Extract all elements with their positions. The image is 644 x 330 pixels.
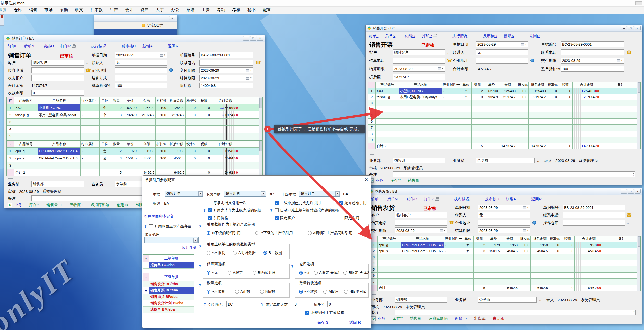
- cell-qty[interactable]: [474, 254, 486, 260]
- cell-code[interactable]: taishiji_g: [376, 94, 399, 100]
- cell-disc[interactable]: [156, 119, 167, 125]
- cell-code[interactable]: [376, 112, 399, 118]
- lookup-button[interactable]: ..: [447, 50, 450, 54]
- doc-date-input[interactable]: 2023-08-29▼: [478, 205, 530, 210]
- cell-qty[interactable]: [472, 119, 484, 124]
- table-row-empty[interactable]: 5: [370, 266, 640, 273]
- cell-unit[interactable]: 个: [461, 94, 472, 100]
- cell-taxr[interactable]: [547, 112, 558, 118]
- cell-amt[interactable]: [499, 112, 517, 118]
- cell-code[interactable]: [376, 125, 399, 131]
- restore-icon[interactable]: □: [250, 36, 256, 41]
- contact-input[interactable]: 无: [115, 60, 167, 66]
- cell-taxr[interactable]: 0: [549, 248, 560, 254]
- radio[interactable]: [344, 290, 348, 294]
- menu-item-收支[interactable]: 收支: [71, 7, 87, 13]
- note-input[interactable]: ▲▼: [393, 171, 635, 177]
- cell-amt[interactable]: [501, 273, 519, 278]
- cell-disc[interactable]: 100: [156, 155, 167, 162]
- phone-input[interactable]: [563, 212, 625, 218]
- radio-selected[interactable]: [207, 290, 210, 294]
- cell-total[interactable]: 2197470: [211, 111, 240, 118]
- cell-total[interactable]: [573, 112, 601, 118]
- cell-note[interactable]: [601, 137, 640, 143]
- radio-option[interactable]: B负数: [260, 289, 275, 294]
- radio-option[interactable]: ~不限制: [207, 250, 225, 255]
- minimize-icon[interactable]: [621, 26, 627, 30]
- help-icon[interactable]: ?: [199, 283, 201, 287]
- table-row[interactable]: 2taishiji_g家用G型电脑-金奥-onlyit-个37324.92197…: [7, 111, 262, 119]
- cell-qty[interactable]: [474, 266, 486, 272]
- radio-option[interactable]: ~无: [207, 270, 218, 275]
- table-row[interactable]: 1XXJ小型机-XG-NG-个2627001254001001254000012…: [368, 88, 640, 94]
- upper-doc-select[interactable]: 销售订单▼: [299, 191, 340, 197]
- checkbox[interactable]: [208, 201, 212, 205]
- help-icon[interactable]: ?: [199, 225, 201, 229]
- cell-total[interactable]: 450450: [211, 155, 240, 162]
- footer-link-出库单[interactable]: 出库单: [474, 316, 486, 321]
- cell-damt[interactable]: 1958: [531, 242, 549, 248]
- cell-attr[interactable]: -: [81, 104, 100, 111]
- toolbar-执行情况[interactable]: 执行情况: [454, 197, 469, 202]
- collapse-handle[interactable]: [370, 154, 374, 155]
- contact-input[interactable]: 无: [476, 49, 528, 55]
- table-row[interactable]: 2cpu_sCPU-Intel Core 2 Duo E65-套31501.54…: [370, 248, 640, 254]
- table-row-empty[interactable]: 4: [368, 106, 640, 112]
- cell-price[interactable]: [486, 254, 501, 260]
- cell-qty[interactable]: [472, 112, 484, 118]
- cell-tax[interactable]: 0: [560, 242, 575, 248]
- cell-price[interactable]: [123, 126, 138, 133]
- menu-item-招培[interactable]: 招培: [183, 7, 198, 13]
- table-row[interactable]: 2taishiji_g家用G型电脑-金奥-onlyit-个37324.92197…: [368, 94, 640, 100]
- cell-unit[interactable]: [461, 112, 472, 118]
- cell-unit[interactable]: [461, 119, 472, 124]
- dept-input[interactable]: 销售部: [393, 158, 445, 163]
- discount-input[interactable]: 100: [561, 66, 624, 72]
- cell-code[interactable]: [376, 100, 399, 106]
- cell-taxr[interactable]: [549, 279, 560, 285]
- doc-select[interactable]: 销售订单▼: [165, 191, 203, 197]
- cell-total[interactable]: [575, 266, 603, 272]
- radio-selected[interactable]: [263, 251, 267, 255]
- window-titlebar[interactable]: 销售发货 / BB □ ×: [368, 188, 642, 195]
- cell-taxr[interactable]: 0: [186, 148, 197, 155]
- qq-group-bar[interactable]: 交流QQ群: [94, 22, 177, 29]
- cell-total[interactable]: [573, 100, 601, 106]
- radio-option[interactable]: B限定-仓库2: [343, 270, 369, 275]
- cell-disc[interactable]: [519, 273, 531, 278]
- settle-term-input[interactable]: 2023-08-29▼: [478, 227, 530, 233]
- cell-name[interactable]: 家用G型电脑-金奥-onlyit: [38, 111, 81, 118]
- scrollbar[interactable]: [637, 82, 640, 149]
- deliver-date-input[interactable]: 2023-08-29▼: [561, 58, 624, 64]
- cell-damt[interactable]: 125400: [167, 104, 186, 111]
- toolbar-功能O[interactable]: ↓功能O: [402, 34, 415, 39]
- cell-tax[interactable]: [560, 260, 575, 266]
- cell-note[interactable]: [601, 100, 640, 106]
- checkbox-checked[interactable]: ✓: [275, 216, 279, 220]
- cell-damt[interactable]: [167, 162, 186, 169]
- discount-input[interactable]: 100: [115, 83, 167, 88]
- app-window-button[interactable]: [635, 1, 642, 5]
- radio-selected[interactable]: [207, 231, 210, 235]
- cell-attr[interactable]: [444, 279, 463, 285]
- doc-date-input[interactable]: 2023-08-29▼: [115, 52, 167, 58]
- cell-taxr[interactable]: [547, 137, 558, 143]
- cell-attr[interactable]: [442, 100, 461, 106]
- script-define-link[interactable]: 引用界面脚本定义: [144, 214, 174, 219]
- cell-qty[interactable]: 3: [472, 94, 484, 100]
- cell-price[interactable]: 62700: [123, 104, 138, 111]
- table-row-empty[interactable]: 3: [7, 162, 262, 169]
- list-item[interactable]: 报价单 BG/eba: [143, 262, 194, 269]
- footer-link-销售量[interactable]: 销售量: [410, 316, 421, 321]
- cell-disc[interactable]: [517, 106, 529, 112]
- radio[interactable]: [343, 271, 347, 275]
- dept-input[interactable]: 销售部: [395, 297, 447, 303]
- footer-link-库存“”[interactable]: 库存“”: [29, 202, 39, 207]
- toolbar-后单N[interactable]: 后单N: [385, 34, 395, 39]
- cell-tax[interactable]: 0: [197, 104, 211, 111]
- cell-damt[interactable]: [529, 125, 547, 131]
- toolbar-新增A[interactable]: 新增A: [142, 44, 153, 49]
- cell-tax[interactable]: [197, 133, 211, 140]
- radio-selected[interactable]: [299, 271, 303, 275]
- cell-price[interactable]: 7324.9: [123, 111, 138, 118]
